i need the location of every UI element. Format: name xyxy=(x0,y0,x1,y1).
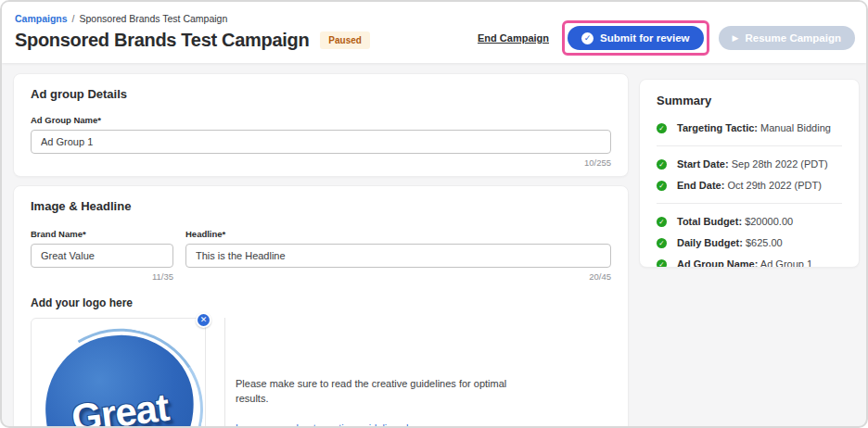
resume-campaign-button[interactable]: ▶ Resume Campaign xyxy=(719,26,855,50)
summary-heading: Summary xyxy=(657,94,842,107)
end-campaign-link[interactable]: End Campaign xyxy=(478,32,549,44)
title-row: Sponsored Brands Test Campaign Paused xyxy=(15,30,370,51)
summary-row-total-budget: ✓ Total Budget: $20000.00 xyxy=(657,216,842,227)
summary-row-ad-group-name: ✓ Ad Group Name: Ad Group 1 xyxy=(657,258,842,268)
summary-value: Ad Group 1 xyxy=(760,258,812,268)
creative-guidelines-block: Please make sure to read the creative gu… xyxy=(225,318,542,428)
page-header: Campaigns / Sponsored Brands Test Campai… xyxy=(2,2,866,63)
check-icon: ✓ xyxy=(657,181,667,191)
ad-group-name-counter: 10/255 xyxy=(31,157,611,168)
close-icon[interactable]: ✕ xyxy=(196,312,211,328)
ad-group-details-card: Ad group Details Ad Group Name* 10/255 xyxy=(13,73,629,177)
ad-group-name-label: Ad Group Name* xyxy=(31,115,611,125)
great-value-logo: Great Value xyxy=(40,329,200,428)
summary-value: $625.00 xyxy=(746,237,783,248)
check-icon: ✓ xyxy=(657,159,667,170)
summary-divider xyxy=(657,203,842,204)
summary-label: Start Date: xyxy=(677,158,729,170)
image-headline-card: Image & Headline Brand Name* 11/35 Headl… xyxy=(13,185,629,428)
headline-label: Headline* xyxy=(185,229,611,239)
image-headline-fields: Brand Name* 11/35 Headline* 20/45 xyxy=(31,229,611,282)
summary-value: Manual Bidding xyxy=(760,122,831,133)
resume-button-label: Resume Campaign xyxy=(745,32,841,44)
summary-divider xyxy=(657,145,842,146)
summary-label: Targeting Tactic: xyxy=(677,122,758,133)
breadcrumb-separator: / xyxy=(72,13,75,24)
logo-row: Great Value ✕ Please make sure to read t… xyxy=(31,318,611,428)
brand-name-counter: 11/35 xyxy=(31,271,173,282)
ad-group-details-heading: Ad group Details xyxy=(31,87,611,101)
logo-section-heading: Add your logo here xyxy=(31,296,611,309)
check-icon: ✓ xyxy=(657,259,667,268)
summary-label: Total Budget: xyxy=(677,216,742,227)
logo-upload-preview[interactable]: Great Value ✕ xyxy=(31,318,206,428)
check-icon: ✓ xyxy=(657,238,667,248)
summary-row-end-date: ✓ End Date: Oct 29th 2022 (PDT) xyxy=(657,180,842,191)
brand-name-field: Brand Name* 11/35 xyxy=(31,229,173,282)
logo-text-line1: Great xyxy=(44,382,197,428)
creative-guidelines-link[interactable]: Learn more about creative guidelines her… xyxy=(236,422,429,428)
submit-for-review-button[interactable]: ✓ Submit for review xyxy=(568,26,704,50)
header-left: Campaigns / Sponsored Brands Test Campai… xyxy=(15,13,370,51)
submit-button-label: Submit for review xyxy=(600,32,690,44)
summary-label: Ad Group Name: xyxy=(677,258,758,268)
breadcrumb-campaigns-link[interactable]: Campaigns xyxy=(15,13,68,24)
check-icon: ✓ xyxy=(657,123,667,133)
page-title: Sponsored Brands Test Campaign xyxy=(15,30,309,51)
guidelines-note: Please make sure to read the creative gu… xyxy=(236,377,542,407)
ad-group-name-input[interactable] xyxy=(31,130,611,154)
breadcrumb: Campaigns / Sponsored Brands Test Campai… xyxy=(15,13,370,24)
breadcrumb-current: Sponsored Brands Test Campaign xyxy=(80,13,228,24)
image-headline-heading: Image & Headline xyxy=(31,199,611,213)
brand-name-label: Brand Name* xyxy=(31,229,173,239)
status-badge: Paused xyxy=(320,31,370,49)
summary-value: Sep 28th 2022 (PDT) xyxy=(732,158,828,170)
summary-row-daily-budget: ✓ Daily Budget: $625.00 xyxy=(657,237,842,248)
summary-value: Oct 29th 2022 (PDT) xyxy=(727,180,822,191)
summary-value: $20000.00 xyxy=(745,216,793,227)
summary-label: Daily Budget: xyxy=(677,237,743,248)
submit-highlight-box: ✓ Submit for review xyxy=(562,20,709,56)
headline-field: Headline* 20/45 xyxy=(185,229,611,282)
check-circle-icon: ✓ xyxy=(581,32,594,44)
summary-panel: Summary ✓ Targeting Tactic: Manual Biddi… xyxy=(639,79,860,268)
summary-row-targeting-tactic: ✓ Targeting Tactic: Manual Bidding xyxy=(657,122,842,133)
headline-counter: 20/45 xyxy=(185,271,611,282)
brand-name-input[interactable] xyxy=(31,244,173,268)
ad-group-name-field: Ad Group Name* 10/255 xyxy=(31,115,611,168)
summary-row-start-date: ✓ Start Date: Sep 28th 2022 (PDT) xyxy=(657,158,842,170)
header-actions: End Campaign ✓ Submit for review ▶ Resum… xyxy=(478,20,855,56)
play-icon: ▶ xyxy=(733,33,739,43)
headline-input[interactable] xyxy=(185,244,611,268)
summary-label: End Date: xyxy=(677,180,724,191)
app-window: Campaigns / Sponsored Brands Test Campai… xyxy=(0,0,868,428)
check-icon: ✓ xyxy=(657,217,667,227)
